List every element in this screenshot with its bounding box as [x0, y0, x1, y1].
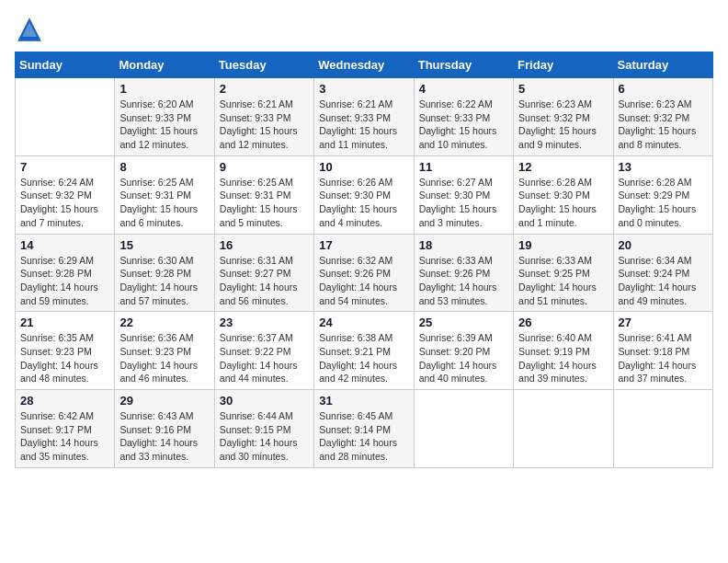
- day-info: Sunrise: 6:26 AMSunset: 9:30 PMDaylight:…: [319, 176, 408, 230]
- day-info: Sunrise: 6:20 AMSunset: 9:33 PMDaylight:…: [119, 98, 209, 152]
- calendar-week-row: 14Sunrise: 6:29 AMSunset: 9:28 PMDayligh…: [16, 234, 713, 312]
- calendar-cell: 4Sunrise: 6:22 AMSunset: 9:33 PMDaylight…: [414, 78, 513, 156]
- day-info: Sunrise: 6:42 AMSunset: 9:17 PMDaylight:…: [20, 409, 109, 464]
- calendar-header-row: SundayMondayTuesdayWednesdayThursdayFrid…: [16, 52, 713, 78]
- day-info: Sunrise: 6:29 AMSunset: 9:28 PMDaylight:…: [20, 254, 109, 308]
- calendar-cell: 18Sunrise: 6:33 AMSunset: 9:26 PMDayligh…: [414, 234, 513, 312]
- header-thursday: Thursday: [414, 52, 513, 78]
- header-friday: Friday: [514, 52, 613, 78]
- calendar-cell: 3Sunrise: 6:21 AMSunset: 9:33 PMDaylight…: [314, 78, 414, 156]
- day-info: Sunrise: 6:37 AMSunset: 9:22 PMDaylight:…: [220, 331, 309, 385]
- day-info: Sunrise: 6:39 AMSunset: 9:20 PMDaylight:…: [419, 331, 508, 385]
- day-number: 15: [119, 238, 209, 252]
- calendar-week-row: 7Sunrise: 6:24 AMSunset: 9:32 PMDaylight…: [16, 155, 713, 234]
- day-number: 25: [419, 316, 508, 329]
- calendar-cell: 22Sunrise: 6:36 AMSunset: 9:23 PMDayligh…: [115, 312, 214, 390]
- calendar-cell: 24Sunrise: 6:38 AMSunset: 9:21 PMDayligh…: [314, 312, 414, 390]
- day-number: 20: [619, 238, 708, 252]
- day-number: 27: [619, 316, 708, 329]
- day-number: 11: [419, 160, 508, 174]
- day-info: Sunrise: 6:35 AMSunset: 9:23 PMDaylight:…: [20, 331, 109, 385]
- day-info: Sunrise: 6:27 AMSunset: 9:30 PMDaylight:…: [419, 176, 508, 230]
- calendar-week-row: 1Sunrise: 6:20 AMSunset: 9:33 PMDaylight…: [16, 78, 713, 156]
- header-wednesday: Wednesday: [314, 52, 414, 78]
- day-number: 31: [319, 394, 408, 408]
- day-info: Sunrise: 6:25 AMSunset: 9:31 PMDaylight:…: [220, 176, 309, 230]
- calendar-cell: 5Sunrise: 6:23 AMSunset: 9:32 PMDaylight…: [514, 78, 613, 156]
- day-info: Sunrise: 6:33 AMSunset: 9:25 PMDaylight:…: [518, 254, 608, 308]
- day-info: Sunrise: 6:30 AMSunset: 9:28 PMDaylight:…: [119, 254, 209, 308]
- day-info: Sunrise: 6:22 AMSunset: 9:33 PMDaylight:…: [419, 98, 508, 152]
- calendar-cell: 2Sunrise: 6:21 AMSunset: 9:33 PMDaylight…: [214, 78, 313, 156]
- day-number: 8: [119, 160, 209, 174]
- calendar-cell: [613, 390, 712, 468]
- day-number: 4: [419, 82, 508, 96]
- calendar-cell: 10Sunrise: 6:26 AMSunset: 9:30 PMDayligh…: [314, 155, 414, 234]
- day-number: 2: [220, 82, 309, 96]
- day-info: Sunrise: 6:33 AMSunset: 9:26 PMDaylight:…: [419, 254, 508, 308]
- day-info: Sunrise: 6:36 AMSunset: 9:23 PMDaylight:…: [119, 331, 209, 385]
- day-number: 21: [20, 316, 109, 329]
- day-number: 29: [119, 394, 209, 408]
- page-header: [15, 15, 713, 44]
- day-info: Sunrise: 6:44 AMSunset: 9:15 PMDaylight:…: [220, 409, 309, 464]
- day-info: Sunrise: 6:28 AMSunset: 9:30 PMDaylight:…: [518, 176, 608, 230]
- calendar-week-row: 28Sunrise: 6:42 AMSunset: 9:17 PMDayligh…: [16, 390, 713, 468]
- calendar-cell: 28Sunrise: 6:42 AMSunset: 9:17 PMDayligh…: [16, 390, 115, 468]
- day-number: 5: [518, 82, 608, 96]
- calendar-cell: 16Sunrise: 6:31 AMSunset: 9:27 PMDayligh…: [214, 234, 313, 312]
- day-number: 13: [619, 160, 708, 174]
- calendar-cell: 17Sunrise: 6:32 AMSunset: 9:26 PMDayligh…: [314, 234, 414, 312]
- day-number: 16: [220, 238, 309, 252]
- day-number: 14: [20, 238, 109, 252]
- day-number: 23: [220, 316, 309, 329]
- day-info: Sunrise: 6:38 AMSunset: 9:21 PMDaylight:…: [319, 331, 408, 385]
- header-tuesday: Tuesday: [214, 52, 313, 78]
- day-number: 26: [518, 316, 608, 329]
- day-number: 22: [119, 316, 209, 329]
- day-number: 24: [319, 316, 408, 329]
- calendar-cell: 23Sunrise: 6:37 AMSunset: 9:22 PMDayligh…: [214, 312, 313, 390]
- day-number: 6: [619, 82, 708, 96]
- day-number: 17: [319, 238, 408, 252]
- logo-icon: [15, 15, 44, 44]
- day-info: Sunrise: 6:34 AMSunset: 9:24 PMDaylight:…: [619, 254, 708, 308]
- day-info: Sunrise: 6:21 AMSunset: 9:33 PMDaylight:…: [220, 98, 309, 152]
- calendar-cell: 26Sunrise: 6:40 AMSunset: 9:19 PMDayligh…: [514, 312, 613, 390]
- calendar-cell: 12Sunrise: 6:28 AMSunset: 9:30 PMDayligh…: [514, 155, 613, 234]
- logo: [15, 15, 48, 44]
- day-number: 19: [518, 238, 608, 252]
- day-info: Sunrise: 6:41 AMSunset: 9:18 PMDaylight:…: [619, 331, 708, 385]
- day-number: 30: [220, 394, 309, 408]
- day-number: 9: [220, 160, 309, 174]
- calendar-cell: 27Sunrise: 6:41 AMSunset: 9:18 PMDayligh…: [613, 312, 712, 390]
- day-info: Sunrise: 6:23 AMSunset: 9:32 PMDaylight:…: [619, 98, 708, 152]
- day-info: Sunrise: 6:31 AMSunset: 9:27 PMDaylight:…: [220, 254, 309, 308]
- calendar-cell: 11Sunrise: 6:27 AMSunset: 9:30 PMDayligh…: [414, 155, 513, 234]
- day-number: 7: [20, 160, 109, 174]
- calendar-cell: 1Sunrise: 6:20 AMSunset: 9:33 PMDaylight…: [115, 78, 214, 156]
- day-info: Sunrise: 6:28 AMSunset: 9:29 PMDaylight:…: [619, 176, 708, 230]
- calendar-cell: 25Sunrise: 6:39 AMSunset: 9:20 PMDayligh…: [414, 312, 513, 390]
- calendar-cell: [414, 390, 513, 468]
- day-number: 3: [319, 82, 408, 96]
- day-number: 10: [319, 160, 408, 174]
- calendar-cell: 14Sunrise: 6:29 AMSunset: 9:28 PMDayligh…: [16, 234, 115, 312]
- header-saturday: Saturday: [613, 52, 712, 78]
- day-info: Sunrise: 6:40 AMSunset: 9:19 PMDaylight:…: [518, 331, 608, 385]
- calendar-cell: [16, 78, 115, 156]
- calendar-cell: 6Sunrise: 6:23 AMSunset: 9:32 PMDaylight…: [613, 78, 712, 156]
- calendar-cell: 31Sunrise: 6:45 AMSunset: 9:14 PMDayligh…: [314, 390, 414, 468]
- calendar-week-row: 21Sunrise: 6:35 AMSunset: 9:23 PMDayligh…: [16, 312, 713, 390]
- calendar-cell: 13Sunrise: 6:28 AMSunset: 9:29 PMDayligh…: [613, 155, 712, 234]
- day-info: Sunrise: 6:32 AMSunset: 9:26 PMDaylight:…: [319, 254, 408, 308]
- day-info: Sunrise: 6:24 AMSunset: 9:32 PMDaylight:…: [20, 176, 109, 230]
- calendar-cell: [514, 390, 613, 468]
- day-info: Sunrise: 6:21 AMSunset: 9:33 PMDaylight:…: [319, 98, 408, 152]
- calendar-cell: 20Sunrise: 6:34 AMSunset: 9:24 PMDayligh…: [613, 234, 712, 312]
- day-info: Sunrise: 6:45 AMSunset: 9:14 PMDaylight:…: [319, 409, 408, 464]
- day-number: 1: [119, 82, 209, 96]
- calendar-table: SundayMondayTuesdayWednesdayThursdayFrid…: [15, 52, 713, 468]
- calendar-cell: 7Sunrise: 6:24 AMSunset: 9:32 PMDaylight…: [16, 155, 115, 234]
- calendar-cell: 15Sunrise: 6:30 AMSunset: 9:28 PMDayligh…: [115, 234, 214, 312]
